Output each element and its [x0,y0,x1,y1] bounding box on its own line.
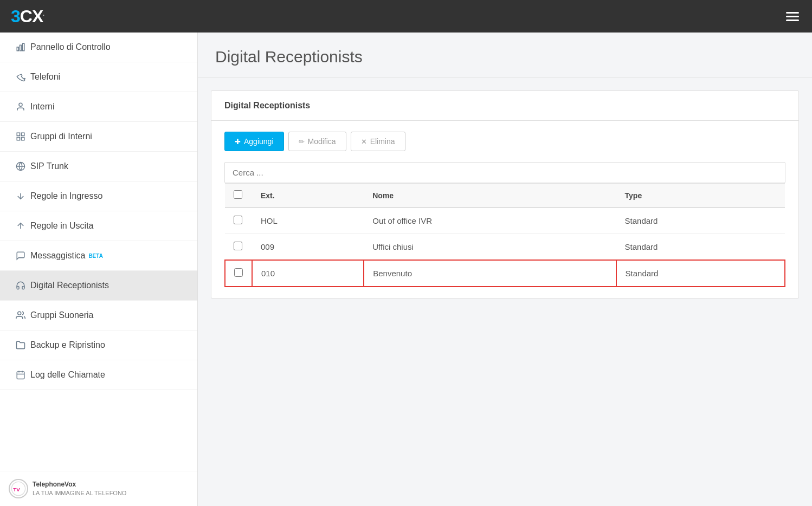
delete-button[interactable]: ✕ Elimina [351,132,405,151]
main-content: Digital Receptionists Digital Receptioni… [198,33,812,506]
edit-button[interactable]: ✏ Modifica [288,132,346,151]
svg-rect-6 [17,138,20,140]
row-type-009: Standard [616,234,785,261]
sidebar-label-digital-receptionists: Digital Receptionists [30,281,109,290]
svg-text:TV: TV [13,486,20,492]
grid-icon [11,132,30,141]
row-checkbox-hol[interactable] [225,207,252,234]
page-title: Digital Receptionists [198,33,812,77]
table-body: HOL Out of office IVR Standard 009 Uffic… [225,207,785,287]
svg-rect-5 [22,133,24,135]
row-nome-hol: Out of office IVR [364,207,616,234]
sidebar: Pannello di Controllo Telefoni Interni G… [0,33,198,506]
table-row-009: 009 Uffici chiusi Standard [225,234,785,261]
globe-icon [11,161,30,171]
table-container: Ext. Nome Type HOL Out of o [224,183,785,287]
bar-chart-icon [11,42,30,52]
person-icon [11,102,30,112]
sidebar-label-sip-trunk: SIP Trunk [30,161,68,171]
pencil-icon: ✏ [299,138,305,146]
row-ext-hol: HOL [252,207,364,234]
card-body: ✚ Aggiungi ✏ Modifica ✕ Elimina [211,121,798,298]
sidebar-label-telefoni: Telefoni [30,72,60,82]
headset-icon [11,281,30,290]
row-type-010: Standard [616,260,785,287]
sidebar-label-interni: Interni [30,102,54,112]
svg-rect-1 [20,45,22,51]
sidebar-item-telefoni[interactable]: Telefoni [0,62,197,92]
row-ext-010: 010 [252,260,364,287]
sidebar-label-log-chiamate: Log delle Chiamate [30,370,105,380]
hamburger-menu[interactable] [784,10,801,23]
telephonvox-logo: TV [9,479,28,498]
table-row-010: 010 Benvenuto Standard [225,260,785,287]
row-checkbox[interactable] [234,268,243,277]
arrow-down-icon [11,191,30,201]
row-checkbox[interactable] [234,216,242,224]
sidebar-label-gruppi-interni: Gruppi di Interni [30,132,92,141]
sidebar-label-backup: Backup e Ripristino [30,340,105,350]
select-all-checkbox[interactable] [234,190,242,199]
sidebar-footer: TV TelephoneVox LA TUA IMMAGINE AL TELEF… [0,471,197,506]
main-layout: Pannello di Controllo Telefoni Interni G… [0,33,812,506]
row-type-hol: Standard [616,207,785,234]
beta-badge: BETA [88,253,102,259]
svg-rect-4 [17,133,20,135]
add-label: Aggiungi [244,137,274,146]
sidebar-item-regole-uscita[interactable]: Regole in Uscita [0,211,197,241]
svg-point-11 [18,312,21,315]
row-checkbox-009[interactable] [225,234,252,261]
row-nome-010: Benvenuto [364,260,616,287]
row-nome-009: Uffici chiusi [364,234,616,261]
app-logo: 3CX. [11,7,44,27]
chat-icon [11,251,30,261]
svg-rect-0 [17,47,18,51]
svg-rect-2 [23,43,24,51]
toolbar: ✚ Aggiungi ✏ Modifica ✕ Elimina [224,132,785,151]
col-ext: Ext. [252,184,364,208]
digital-receptionists-card: Digital Receptionists ✚ Aggiungi ✏ Modif… [211,90,799,299]
arrow-up-icon [11,221,30,231]
col-type: Type [616,184,785,208]
receptionists-table: Ext. Nome Type HOL Out of o [224,183,785,287]
row-checkbox[interactable] [234,242,242,250]
sidebar-label-gruppi-suoneria: Gruppi Suoneria [30,310,94,320]
search-input[interactable] [224,162,785,183]
footer-text: TelephoneVox LA TUA IMMAGINE AL TELEFONO [33,481,126,497]
sidebar-item-pannello[interactable]: Pannello di Controllo [0,33,197,62]
row-ext-009: 009 [252,234,364,261]
col-nome: Nome [364,184,616,208]
edit-label: Modifica [308,137,336,146]
group-icon [11,310,30,320]
table-header-row: Ext. Nome Type [225,184,785,208]
sidebar-item-digital-receptionists[interactable]: Digital Receptionists [0,271,197,301]
topbar: 3CX. [0,0,812,33]
sidebar-item-sip-trunk[interactable]: SIP Trunk [0,152,197,181]
svg-point-3 [19,103,22,106]
sidebar-item-gruppi-suoneria[interactable]: Gruppi Suoneria [0,301,197,330]
sidebar-item-log-chiamate[interactable]: Log delle Chiamate [0,360,197,390]
add-button[interactable]: ✚ Aggiungi [224,132,284,151]
svg-rect-12 [17,372,24,379]
table-header: Ext. Nome Type [225,184,785,208]
table-row-hol: HOL Out of office IVR Standard [225,207,785,234]
sidebar-label-messaggistica: Messaggistica [30,251,85,261]
delete-label: Elimina [370,137,395,146]
header-checkbox-cell [225,184,252,208]
phone-icon [11,72,30,82]
log-icon [11,370,30,380]
x-icon: ✕ [361,138,367,146]
folder-icon [11,340,30,350]
card-header: Digital Receptionists [211,91,798,121]
sidebar-item-gruppi-interni[interactable]: Gruppi di Interni [0,122,197,152]
sidebar-label-regole-ingresso: Regole in Ingresso [30,191,102,201]
sidebar-label-pannello: Pannello di Controllo [30,42,111,52]
sidebar-item-messaggistica[interactable]: Messaggistica BETA [0,241,197,271]
svg-rect-7 [22,138,24,140]
sidebar-label-regole-uscita: Regole in Uscita [30,221,94,231]
sidebar-item-backup[interactable]: Backup e Ripristino [0,330,197,360]
sidebar-item-interni[interactable]: Interni [0,92,197,122]
plus-icon: ✚ [235,138,241,146]
sidebar-item-regole-ingresso[interactable]: Regole in Ingresso [0,181,197,211]
row-checkbox-010[interactable] [225,260,252,287]
